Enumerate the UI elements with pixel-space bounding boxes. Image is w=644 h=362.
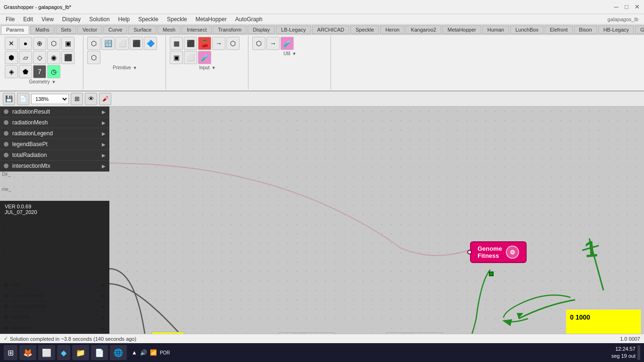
util-btn-1[interactable]: ⬡ [252,37,265,50]
systray-arrow: ▲ [132,349,137,356]
save-as-button[interactable]: 📄 [17,93,29,105]
tabbar: Params Maths Sets Vector Curve Surface M… [0,25,644,35]
geo-btn-1[interactable]: ✕ [5,37,18,50]
start-button[interactable]: ⊞ [4,345,17,360]
input-btn-4[interactable]: → [212,37,225,50]
tab-lb-legacy[interactable]: LB-Legacy [276,25,311,34]
taskbar-acrobat[interactable]: 📄 [91,345,108,360]
geo-btn-3[interactable]: ⊕ [33,37,46,50]
menu-speckle1[interactable]: Speckle [134,15,162,24]
genome-left-port[interactable] [467,250,472,255]
geo-btn-6[interactable]: ⬢ [5,51,18,64]
menu-autograph[interactable]: AutoGraph [231,15,266,24]
clock-date: seg 19 out [611,353,636,360]
genome-bottom-port[interactable] [489,272,494,276]
dropdown-arrow-radiationmesh: ▶ [102,120,106,125]
util-btn-2[interactable]: → [266,37,280,50]
taskbar-windows[interactable]: ⬜ [38,345,55,360]
prim-btn-2[interactable]: 🔢 [101,37,115,50]
taskbar-systray: ▲ 🔊 📶 POR [129,349,173,356]
dropdown-item-totalradiation[interactable]: totalRadiation ▶ [0,150,109,161]
tab-curve[interactable]: Curve [103,25,127,34]
geo-btn-7[interactable]: ▱ [19,51,32,64]
tab-lunchbox[interactable]: LunchBox [510,25,544,34]
geo-btn-14[interactable]: ◷ [47,65,60,78]
tab-kangaroo2[interactable]: Kangaroo2 [405,25,441,34]
input-btn-1[interactable]: ▦ [170,37,183,50]
tab-transform[interactable]: Transform [213,25,247,34]
prim-btn-6[interactable]: ⬡ [87,51,100,64]
show-desktop-button[interactable] [637,345,640,360]
tab-params[interactable]: Params [1,25,29,34]
taskbar-explorer[interactable]: 📁 [72,345,89,360]
prim-btn-3[interactable]: ⬜ [116,37,129,50]
menu-solution[interactable]: Solution [85,15,113,24]
tab-speckle[interactable]: Speckle [350,25,379,34]
util-btn-3[interactable]: 🧪 [281,37,294,50]
input-btn-7[interactable]: ⬜ [184,51,197,64]
menubar: File Edit View Display Solution Help Spe… [0,14,644,25]
tab-human[interactable]: Human [482,25,509,34]
dropdown-panel-top: radiationResult ▶ radiationMesh ▶ radiat… [0,107,109,172]
tab-hb-legacy[interactable]: HB-Legacy [598,25,634,34]
geo-btn-8[interactable]: ◇ [33,51,46,64]
geo-btn-5[interactable]: ▣ [61,37,74,50]
dropdown-item-legendbasept[interactable]: legendBasePt ▶ [0,139,109,150]
tab-sets[interactable]: Sets [56,25,76,34]
tab-intersect[interactable]: Intersect [182,25,212,34]
menu-speckle2[interactable]: Speckle [163,15,191,24]
dropdown-item-radiationlegend[interactable]: radiationLegend ▶ [0,128,109,139]
save-button[interactable]: 💾 [3,93,15,105]
prim-btn-5[interactable]: 🔷 [144,37,157,50]
taskbar-vscode[interactable]: ◆ [57,345,70,360]
tab-vector[interactable]: Vector [77,25,102,34]
prim-btn-1[interactable]: ⬡ [87,37,100,50]
zoom-select[interactable]: 50% 75% 100% 138% 150% 200% [31,94,69,104]
menu-edit[interactable]: Edit [19,15,37,24]
canvas-area[interactable]: radiationResult ▶ radiationMesh ▶ radiat… [0,107,644,343]
minimize-button[interactable]: ─ [613,4,619,10]
close-button[interactable]: ✕ [634,4,640,10]
menu-view[interactable]: View [38,15,58,24]
dropdown-arrow-legendbasept: ▶ [102,142,106,147]
geo-btn-13[interactable]: 7 [33,65,46,78]
genome-node[interactable]: Genome Fitness ⚙ [470,241,527,263]
menu-file[interactable]: File [2,15,18,24]
taskbar-firefox[interactable]: 🦊 [19,345,36,360]
dropdown-item-radiationresult[interactable]: radiationResult ▶ [0,107,109,117]
menu-metahopper[interactable]: MetaHopper [192,15,231,24]
geo-btn-10[interactable]: ⬛ [61,51,74,64]
dropdown-item-radiationmesh[interactable]: radiationMesh ▶ [0,117,109,128]
tab-grevit[interactable]: Grevit [635,25,644,34]
menu-display[interactable]: Display [58,15,84,24]
dropdown-item-intersectionmtx[interactable]: intersectionMtx ▶ [0,161,109,172]
tab-maths[interactable]: Maths [30,25,55,34]
prim-btn-4[interactable]: ⬛ [130,37,143,50]
tab-bison[interactable]: Bison [574,25,597,34]
tab-elefront[interactable]: Elefront [545,25,573,34]
geo-btn-2[interactable]: ● [19,37,32,50]
eye-button[interactable]: 👁 [85,93,97,105]
taskbar-rhino[interactable]: 🌐 [110,345,127,360]
tab-mesh[interactable]: Mesh [157,25,181,34]
geo-btn-9[interactable]: ◉ [47,51,60,64]
tab-heron[interactable]: Heron [380,25,405,34]
version-line1: VER 0.0.69 [5,204,105,209]
input-btn-8[interactable]: 🧪 [198,51,211,64]
tab-display[interactable]: Display [248,25,275,34]
input-btn-6[interactable]: ▣ [170,51,183,64]
maximize-button[interactable]: □ [623,4,630,10]
input-btn-5[interactable]: ⬡ [226,37,239,50]
paint-button[interactable]: 🖌 [99,93,111,105]
geo-btn-11[interactable]: ◈ [5,65,18,78]
menu-help[interactable]: Help [115,15,134,24]
tab-archicad[interactable]: ARCHICAD [312,25,349,34]
tab-surface[interactable]: Surface [128,25,157,34]
geo-btn-12[interactable]: ⬟ [19,65,32,78]
fit-view-button[interactable]: ⊞ [71,93,83,105]
geo-btn-4[interactable]: ⬡ [47,37,60,50]
tab-metahopper[interactable]: MetaHopper [442,25,481,34]
input-btn-3[interactable]: 🍒 [198,37,211,50]
input-label: Input ▼ [199,65,215,70]
input-btn-2[interactable]: ⬛ [184,37,197,50]
